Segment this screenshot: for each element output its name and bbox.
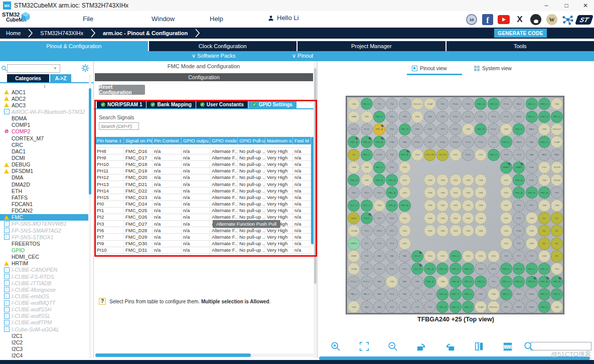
sidebar-item-fdcan1[interactable]: FDCAN1 <box>0 201 88 207</box>
bga-pin-vdd[interactable]: VDD <box>475 149 487 161</box>
scrollbar-thumb[interactable] <box>319 356 590 360</box>
pinout-dropdown[interactable]: ∨ Pinout <box>292 53 313 59</box>
table-row[interactable]: PI7FMC_D29n/an/aAlternate F...No pull-up… <box>95 234 311 240</box>
reset-configuration-button[interactable]: Reset Configuration <box>99 85 145 95</box>
panel-vertical-scrollbar[interactable] <box>314 61 317 358</box>
bga-pin-fmc_a[interactable]: FMC_A <box>424 263 436 275</box>
bga-pin-pa10[interactable]: PA10 <box>513 136 525 148</box>
sidebar-item-adc1[interactable]: ADC1 <box>0 89 88 95</box>
column-header[interactable]: Fast M <box>293 137 311 144</box>
bga-pin-pa3[interactable]: PA3 <box>361 301 373 313</box>
bga-pin-pc4[interactable]: PC4 <box>386 288 398 300</box>
bga-pin-pj2[interactable]: PJ2 <box>411 288 423 300</box>
bga-pin-pe0[interactable]: PE0 <box>386 123 398 135</box>
bga-pin-vss[interactable]: VSS <box>450 225 462 237</box>
bga-pin-pb9[interactable]: PB9 <box>386 136 398 148</box>
breadcrumb-item[interactable]: arm.ioc - Pinout & Configuration <box>103 30 188 36</box>
config-tab-gpio-settings[interactable]: ✓GPIO Settings <box>248 100 296 108</box>
bga-pin-fmc_d[interactable]: FMC_D <box>462 276 474 288</box>
bga-pin-pa0[interactable]: PA0 <box>399 250 411 262</box>
sidebar-item-eth[interactable]: ETH <box>0 188 88 194</box>
layers-list-icon[interactable] <box>502 341 513 352</box>
bga-pin-fmc_d[interactable]: FMC_D <box>538 263 550 275</box>
bga-pin-ph3[interactable]: PH3 <box>361 263 373 275</box>
column-header[interactable]: Maximum o... <box>265 137 293 144</box>
bga-pin-vdd[interactable]: VDD <box>399 174 411 186</box>
bga-pin-vcap[interactable]: VCAP <box>424 98 436 110</box>
bga-pin-vdda[interactable]: VDDA <box>348 225 360 237</box>
bga-pin-vss[interactable]: VSS <box>551 301 563 313</box>
x-icon[interactable]: X <box>514 14 526 26</box>
bga-pin-fmc_a[interactable]: FMC_A <box>386 187 398 199</box>
bga-pin-ph5[interactable]: PH5 <box>386 263 398 275</box>
table-row[interactable]: PI1FMC_D25n/an/aAlternate F...No pull-up… <box>95 208 311 214</box>
bga-pin-rcc_o[interactable]: RCC_O <box>348 200 360 212</box>
bga-pin-fmc_d[interactable]: FMC_D <box>361 149 373 161</box>
fit-view-icon[interactable] <box>359 341 370 352</box>
bga-pin-vdd[interactable]: VDD <box>500 212 512 224</box>
table-row[interactable]: PH9FMC_D17n/an/aAlternate F...No pull-up… <box>95 154 311 161</box>
bga-pin-vss[interactable]: VSS <box>361 111 373 123</box>
bga-pin-fmc_n[interactable]: FMC_N <box>475 123 487 135</box>
sidebar-item-i-cube-wolftpm[interactable]: ↓I-CUBE-wolfTPM <box>0 319 88 326</box>
bga-pin-pa13[interactable]: PA13 <box>526 123 538 135</box>
bga-pin-fmc_a[interactable]: FMC_A <box>436 263 449 275</box>
bga-pin-pi13[interactable]: PI13 <box>361 187 373 199</box>
bga-pin-usart[interactable]: USART <box>513 161 525 173</box>
sidebar-item-i-cube-wolfssl[interactable]: ↓I-CUBE-wolfSSL <box>0 313 88 319</box>
bga-pin-vss[interactable]: VSS <box>386 276 398 288</box>
bga-pin-fmc_d[interactable]: FMC_D <box>538 136 550 148</box>
main-tab-clock-configuration[interactable]: Clock Configuration <box>149 41 297 51</box>
column-header[interactable]: Pin Context ... <box>153 137 182 144</box>
table-row[interactable]: PH14FMC_D22n/an/aAlternate F...No pull-u… <box>95 188 311 194</box>
scrollbar-thumb[interactable] <box>89 88 91 195</box>
bga-pin-fmc_a[interactable]: FMC_A <box>526 187 538 199</box>
bga-pin-ph4[interactable]: PH4 <box>373 263 385 275</box>
menu-item-window[interactable]: Window <box>152 15 175 23</box>
bga-pin-pf11[interactable]: PF11 <box>424 288 436 300</box>
bga-pin-pk5[interactable]: PK5 <box>436 98 449 110</box>
bga-pin-fmc_d[interactable]: FMC_D <box>361 98 373 110</box>
bga-pin-pb12[interactable]: PB12 <box>513 288 525 300</box>
column-header[interactable]: Pin Name ▲▼ <box>95 137 124 144</box>
zoom-in-icon[interactable] <box>330 341 341 352</box>
chevron-down-icon[interactable]: ▼ <box>53 66 57 71</box>
bga-pin-pf9[interactable]: PF9 <box>386 225 398 237</box>
bga-pin-nc[interactable]: NC <box>551 225 563 237</box>
panel-horizontal-scrollbar[interactable] <box>95 353 314 357</box>
sidebar-item-fmc[interactable]: FMC <box>0 214 88 221</box>
bga-pin-pa2[interactable]: PA2 <box>373 250 385 262</box>
generate-code-button[interactable]: GENERATE CODE <box>494 29 547 38</box>
bga-pin-pg7[interactable]: PG7 <box>538 161 550 173</box>
bga-pin-fmc_a[interactable]: FMC_A <box>386 174 398 186</box>
bga-pin-nc[interactable]: NC <box>348 149 360 161</box>
bga-pin-vss[interactable]: VSS <box>424 225 436 237</box>
bga-pin-vss[interactable]: VSS <box>450 187 462 199</box>
sidebar-item-comp1[interactable]: COMP1 <box>0 122 88 128</box>
bga-pin-vss[interactable]: VSS <box>538 250 550 262</box>
bga-pin-ledg[interactable]: LEDG <box>361 212 373 224</box>
bga-pin-vcap[interactable]: VCAP <box>551 136 563 148</box>
sidebar-item-i2c3[interactable]: I2C3 <box>0 345 88 352</box>
bga-pin-fmc_d[interactable]: FMC_D <box>462 301 474 313</box>
sidebar-item-i-cube-ittiadb[interactable]: ↓I-CUBE-ITTIADB <box>0 280 88 286</box>
bga-pin-nc[interactable]: NC <box>551 212 563 224</box>
bga-pin-fmc_a[interactable]: FMC_A <box>538 276 550 288</box>
bga-pin-fmc_d[interactable]: FMC_D <box>450 250 462 262</box>
bga-pin-vdd[interactable]: VDD <box>500 187 512 199</box>
sidebar-item-gpio[interactable]: GPIO <box>0 247 88 253</box>
bga-pin-vss[interactable]: VSS <box>373 200 385 212</box>
bga-pin-pb8[interactable]: PB8 <box>399 136 411 148</box>
bga-pin-fmc_d[interactable]: FMC_D <box>538 301 550 313</box>
bga-pin-usart[interactable]: USART <box>500 161 512 173</box>
bga-pin-fmc_a[interactable]: FMC_A <box>373 174 385 186</box>
main-tab-tools[interactable]: Tools <box>447 41 594 51</box>
bga-pin-pg14[interactable]: PG14 <box>436 136 449 148</box>
bga-pin-pi12[interactable]: PI12 <box>348 187 360 199</box>
bga-pin-vdd[interactable]: VDD <box>475 250 487 262</box>
bga-pin-pc3_c[interactable]: PC3_C <box>361 276 373 288</box>
bga-pin-vss[interactable]: VSS <box>436 174 449 186</box>
table-row[interactable]: PH8FMC_D16n/an/aAlternate F...No pull-up… <box>95 148 311 154</box>
bga-pin-fmc_a[interactable]: FMC_A <box>361 136 373 148</box>
sidebar-item-debug[interactable]: DEBUG <box>0 161 88 168</box>
